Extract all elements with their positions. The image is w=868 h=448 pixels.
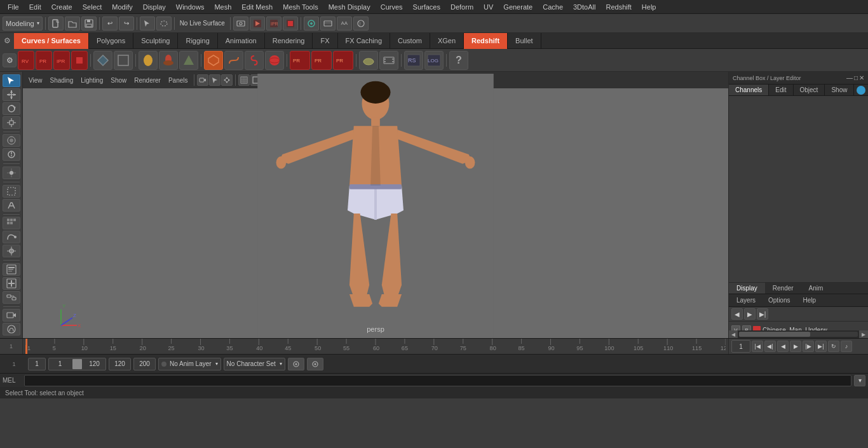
tab-xgen[interactable]: XGen xyxy=(430,33,464,49)
menu-curves[interactable]: Curves xyxy=(376,2,408,12)
paint-select-button[interactable] xyxy=(3,199,20,212)
renderer-menu-btn[interactable]: Renderer xyxy=(131,76,164,85)
menu-generate[interactable]: Generate xyxy=(498,2,538,12)
toolbar-gear-button[interactable]: ⚙ xyxy=(3,53,17,67)
panel-minimize-btn[interactable]: — xyxy=(846,74,853,81)
layer-scrollbar[interactable]: ◀ ▶ xyxy=(729,330,868,338)
last-tool-button[interactable] xyxy=(3,148,20,161)
stop-button[interactable] xyxy=(71,51,88,70)
tab-gear-button[interactable]: ⚙ xyxy=(0,33,14,49)
show-tab[interactable]: Show xyxy=(825,85,854,95)
goto-end-btn[interactable]: ▶| xyxy=(815,341,827,352)
render-button[interactable] xyxy=(250,17,265,31)
render-stop-button[interactable] xyxy=(283,17,298,31)
anim-range-slider[interactable] xyxy=(72,359,82,369)
save-file-button[interactable] xyxy=(81,17,97,31)
tab-sculpting[interactable]: Sculpting xyxy=(133,33,178,49)
layers-sub-tab[interactable]: Layers xyxy=(731,295,761,305)
lighting-menu-btn[interactable]: Lighting xyxy=(78,76,106,85)
timeline-ruler[interactable]: 1 5 10 15 20 25 30 35 40 45 50 xyxy=(23,339,728,354)
play-forward-btn[interactable]: ▶ xyxy=(790,341,801,352)
display-settings-button[interactable] xyxy=(304,17,319,31)
cube-3d-icon-btn[interactable] xyxy=(204,51,223,70)
max-frame-input[interactable] xyxy=(133,358,156,370)
menu-deform[interactable]: Deform xyxy=(445,2,478,12)
object-tab[interactable]: Object xyxy=(794,85,825,95)
frame-start-input[interactable] xyxy=(28,358,46,370)
menu-file[interactable]: File xyxy=(3,2,24,12)
new-file-button[interactable] xyxy=(48,17,64,31)
edit-tab[interactable]: Edit xyxy=(769,85,793,95)
mel-history-btn[interactable]: ▾ xyxy=(854,375,865,386)
menu-uv[interactable]: UV xyxy=(478,2,498,12)
menu-mesh-display[interactable]: Mesh Display xyxy=(323,2,376,12)
lasso-select-button[interactable] xyxy=(156,17,172,31)
tab-curves-surfaces[interactable]: Curves / Surfaces xyxy=(14,33,89,49)
teardrop-icon-btn[interactable] xyxy=(139,51,158,70)
aa-button[interactable]: AA xyxy=(337,17,352,31)
open-file-button[interactable] xyxy=(65,17,80,31)
scale-tool-button[interactable] xyxy=(3,116,20,129)
help-sub-tab[interactable]: Help xyxy=(797,295,821,305)
scrollbar-track[interactable] xyxy=(739,332,858,337)
show-menu-btn[interactable]: Show xyxy=(107,76,130,85)
menu-edit[interactable]: Edit xyxy=(24,2,46,12)
soft-select-button[interactable] xyxy=(3,134,20,147)
render-settings-button[interactable] xyxy=(233,17,248,31)
current-frame-input[interactable] xyxy=(731,340,750,353)
anim-start-input[interactable] xyxy=(49,358,71,370)
layer-next2-btn[interactable]: ▶| xyxy=(757,308,768,320)
no-anim-layer-dropdown[interactable]: No Anim Layer ▾ xyxy=(158,358,221,370)
menu-3dtoall[interactable]: 3DtoAll xyxy=(568,2,600,12)
help-icon-btn[interactable]: ? xyxy=(449,51,468,70)
rs-icon-1[interactable]: RS xyxy=(404,51,423,70)
mel-input[interactable] xyxy=(24,375,851,386)
viewport[interactable]: View Shading Lighting Show Renderer Pane… xyxy=(23,72,728,338)
menu-modify[interactable]: Modify xyxy=(107,2,137,12)
marquee-select-button[interactable] xyxy=(3,185,20,198)
panel-close-btn[interactable]: ✕ xyxy=(859,74,864,81)
resolution-button[interactable] xyxy=(320,17,336,31)
menu-mesh[interactable]: Mesh xyxy=(209,2,236,12)
step-back-btn[interactable]: ◀| xyxy=(764,341,776,352)
ipr-render-button[interactable]: IPR xyxy=(266,17,281,31)
add-node-button[interactable] xyxy=(3,277,20,290)
vp-cam-btn[interactable] xyxy=(197,74,208,86)
menu-select[interactable]: Select xyxy=(78,2,107,12)
box-icon-btn[interactable] xyxy=(114,51,133,70)
menu-redshift[interactable]: Redshift xyxy=(600,2,636,12)
panel-maximize-btn[interactable]: □ xyxy=(854,74,858,81)
play-back-btn[interactable]: ◀ xyxy=(777,341,789,352)
menu-mesh-tools[interactable]: Mesh Tools xyxy=(278,2,323,12)
snap-curve-button[interactable] xyxy=(3,231,20,243)
menu-display[interactable]: Display xyxy=(138,2,171,12)
select-tool-button[interactable] xyxy=(3,74,20,87)
tab-rendering[interactable]: Rendering xyxy=(265,33,313,49)
move-tool-button[interactable] xyxy=(3,88,20,101)
menu-surfaces[interactable]: Surfaces xyxy=(408,2,445,12)
view-menu-btn[interactable]: View xyxy=(25,76,46,85)
ipr-button[interactable]: IPR xyxy=(53,51,70,70)
redo-button[interactable]: ↪ xyxy=(119,17,134,31)
tab-animation[interactable]: Animation xyxy=(218,33,265,49)
select-mode-button[interactable] xyxy=(140,17,155,31)
pr-button-1[interactable]: PR xyxy=(36,51,52,70)
sculpt-icon-btn[interactable] xyxy=(3,323,20,336)
pr-render-1[interactable]: PR xyxy=(290,51,310,70)
char-set-prefs-btn[interactable] xyxy=(307,358,323,370)
vp-grid-btn[interactable] xyxy=(238,74,250,86)
film-icon-btn[interactable] xyxy=(379,51,398,70)
layer-prev-btn[interactable]: ◀ xyxy=(731,308,743,320)
channels-tab[interactable]: Channels xyxy=(729,85,769,95)
menu-windows[interactable]: Windows xyxy=(171,2,210,12)
loop-btn[interactable]: ↻ xyxy=(828,341,839,352)
hook-icon-btn[interactable] xyxy=(245,51,264,70)
diamond-icon-btn[interactable] xyxy=(93,51,112,70)
stats-button[interactable]: ! xyxy=(353,17,369,31)
panels-menu-btn[interactable]: Panels xyxy=(165,76,191,85)
menu-create[interactable]: Create xyxy=(46,2,78,12)
s-curve-icon-btn[interactable] xyxy=(224,51,243,70)
tab-rigging[interactable]: Rigging xyxy=(178,33,217,49)
pivot-tool-button[interactable] xyxy=(3,166,20,179)
rs-icon-2[interactable]: LOG xyxy=(424,51,444,70)
